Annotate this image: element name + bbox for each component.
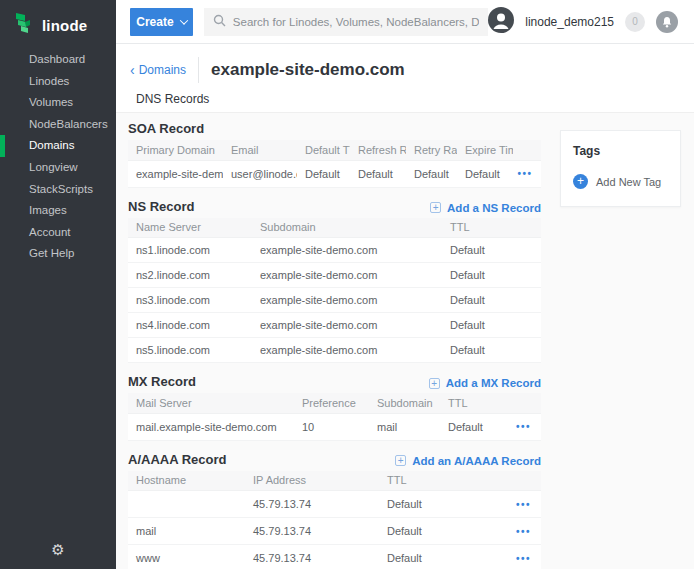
more-options-icon[interactable]: ••• xyxy=(513,160,541,187)
ns-subdomain: example-site-demo.com xyxy=(252,338,442,363)
create-button[interactable]: Create xyxy=(130,8,193,36)
sidebar-item-domains[interactable]: Domains xyxy=(0,135,116,157)
column-header-actions xyxy=(510,471,541,491)
column-header: Preference xyxy=(294,393,369,413)
header-right: linode_demo215 0 xyxy=(488,7,694,37)
username[interactable]: linode_demo215 xyxy=(525,15,614,29)
sidebar-item-nodebalancers[interactable]: NodeBalancers xyxy=(0,114,116,136)
ns-subdomain: example-site-demo.com xyxy=(252,313,442,338)
add-ns-record-button[interactable]: + Add a NS Record xyxy=(430,202,541,214)
add-mx-record-label: Add a MX Record xyxy=(446,377,541,389)
search-box[interactable] xyxy=(204,8,488,36)
ns-name-server: ns3.linode.com xyxy=(128,288,252,313)
soa-default-ttl: Default xyxy=(297,160,350,187)
column-header: TTL xyxy=(442,218,541,238)
bell-icon[interactable] xyxy=(656,11,678,33)
plus-square-icon: + xyxy=(429,378,440,389)
plus-square-icon: + xyxy=(395,455,406,466)
soa-header-row: Primary Domain Email Default TTL Refresh… xyxy=(128,140,541,160)
ns-ttl: Default xyxy=(442,313,541,338)
breadcrumb-row: ‹ Domains example-site-demo.com xyxy=(116,44,694,83)
a-ttl: Default xyxy=(379,518,510,545)
a-ip-address: 45.79.13.74 xyxy=(245,518,379,545)
breadcrumb-label: Domains xyxy=(139,63,186,77)
mx-ttl: Default xyxy=(440,413,510,440)
table-row: ns4.linode.com example-site-demo.com Def… xyxy=(128,313,541,338)
sidebar-item-images[interactable]: Images xyxy=(0,200,116,222)
a-ttl: Default xyxy=(379,491,510,518)
column-header: Name Server xyxy=(128,218,252,238)
mx-record-table: Mail Server Preference Subdomain TTL mai… xyxy=(128,393,541,441)
page-title: example-site-demo.com xyxy=(211,60,405,80)
linode-logo[interactable]: linode xyxy=(0,0,116,40)
breadcrumb[interactable]: ‹ Domains xyxy=(130,63,186,77)
more-options-icon[interactable]: ••• xyxy=(510,491,541,518)
sidebar-item-volumes[interactable]: Volumes xyxy=(0,92,116,114)
mx-section-header: MX Record + Add a MX Record xyxy=(128,374,541,389)
sidebar-item-dashboard[interactable]: Dashboard xyxy=(0,49,116,71)
mx-header-row: Mail Server Preference Subdomain TTL xyxy=(128,393,541,413)
soa-refresh-rate: Default xyxy=(350,160,406,187)
more-options-icon[interactable]: ••• xyxy=(510,518,541,545)
column-header: Subdomain xyxy=(252,218,442,238)
avatar[interactable] xyxy=(488,7,514,37)
column-header: Default TTL xyxy=(297,140,350,160)
add-aaaa-record-button[interactable]: + Add an A/AAAA Record xyxy=(395,455,541,467)
ns-section-header: NS Record + Add a NS Record xyxy=(128,199,541,214)
sidebar-item-linodes[interactable]: Linodes xyxy=(0,71,116,93)
sidebar-item-account[interactable]: Account xyxy=(0,222,116,244)
column-header: Primary Domain xyxy=(128,140,223,160)
column-header-actions xyxy=(513,140,541,160)
mx-mail-server: mail.example-site-demo.com xyxy=(128,413,294,440)
ns-subdomain: example-site-demo.com xyxy=(252,263,442,288)
a-hostname: mail xyxy=(128,518,245,545)
page-subheader: ‹ Domains example-site-demo.com DNS Reco… xyxy=(116,44,694,113)
column-header: Subdomain xyxy=(369,393,440,413)
table-row: mail 45.79.13.74 Default ••• xyxy=(128,518,541,545)
add-mx-record-button[interactable]: + Add a MX Record xyxy=(429,377,541,389)
ns-subdomain: example-site-demo.com xyxy=(252,238,442,263)
sidebar-nav: Dashboard Linodes Volumes NodeBalancers … xyxy=(0,49,116,265)
aaaa-header-row: Hostname IP Address TTL xyxy=(128,471,541,491)
column-header: IP Address xyxy=(245,471,379,491)
soa-expire-time: Default xyxy=(457,160,513,187)
soa-email: user@linode.com xyxy=(223,160,297,187)
notification-count-badge[interactable]: 0 xyxy=(625,12,645,32)
add-new-tag-button[interactable]: + Add New Tag xyxy=(573,174,668,189)
a-ip-address: 45.79.13.74 xyxy=(245,545,379,569)
ns-ttl: Default xyxy=(442,238,541,263)
records-column: SOA Record Primary Domain Email Default … xyxy=(128,113,541,569)
a-hostname: www xyxy=(128,545,245,569)
soa-section-header: SOA Record xyxy=(128,121,541,136)
ns-section-title: NS Record xyxy=(128,199,194,214)
column-header: Refresh Rate xyxy=(350,140,406,160)
plus-square-icon: + xyxy=(430,202,441,213)
plus-circle-icon: + xyxy=(573,174,588,189)
more-options-icon[interactable]: ••• xyxy=(510,413,541,440)
table-row: mail.example-site-demo.com 10 mail Defau… xyxy=(128,413,541,440)
sidebar-item-stackscripts[interactable]: StackScripts xyxy=(0,179,116,201)
search-input[interactable] xyxy=(233,16,479,28)
tab-dns-records[interactable]: DNS Records xyxy=(130,92,216,115)
table-row: ns5.linode.com example-site-demo.com Def… xyxy=(128,338,541,363)
gear-icon[interactable]: ⚙ xyxy=(0,541,116,559)
tags-panel-title: Tags xyxy=(573,144,668,158)
sidebar-item-get-help[interactable]: Get Help xyxy=(0,243,116,265)
sidebar: linode Dashboard Linodes Volumes NodeBal… xyxy=(0,0,116,569)
aaaa-record-table: Hostname IP Address TTL 45.79.13.74 Defa… xyxy=(128,471,541,569)
column-header: Retry Rate xyxy=(406,140,457,160)
sidebar-item-longview[interactable]: Longview xyxy=(0,157,116,179)
top-header: Create linode_demo215 0 xyxy=(116,0,694,44)
soa-primary-domain: example-site-demo.com xyxy=(128,160,223,187)
add-ns-record-label: Add a NS Record xyxy=(447,202,541,214)
more-options-icon[interactable]: ••• xyxy=(510,545,541,569)
column-header: TTL xyxy=(440,393,510,413)
soa-section-title: SOA Record xyxy=(128,121,204,136)
soa-retry-rate: Default xyxy=(406,160,457,187)
table-row: 45.79.13.74 Default ••• xyxy=(128,491,541,518)
ns-header-row: Name Server Subdomain TTL xyxy=(128,218,541,238)
column-header: Expire Time xyxy=(457,140,513,160)
add-new-tag-label: Add New Tag xyxy=(596,176,661,188)
ns-subdomain: example-site-demo.com xyxy=(252,288,442,313)
ns-name-server: ns1.linode.com xyxy=(128,238,252,263)
